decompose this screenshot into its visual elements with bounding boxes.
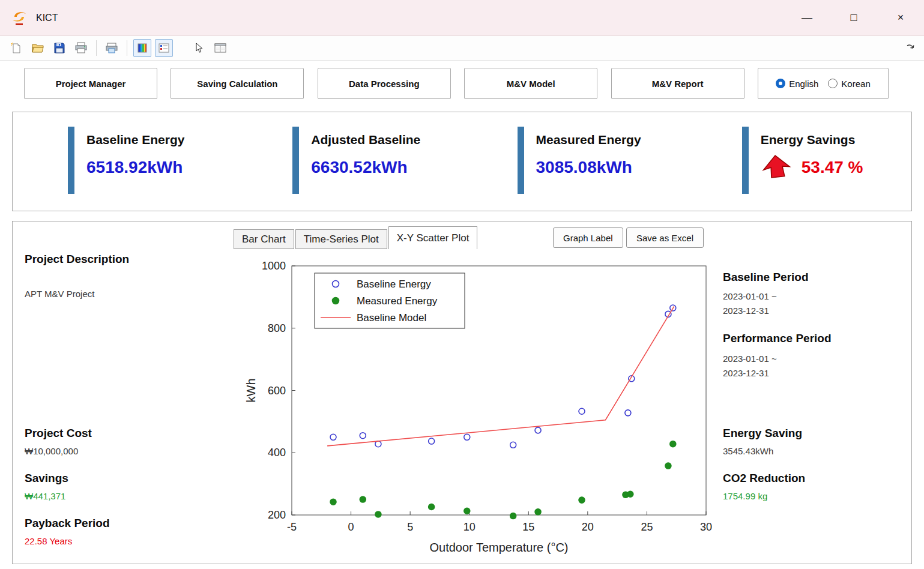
metric-accent-bar — [292, 127, 299, 194]
kict-logo-icon — [10, 8, 30, 28]
svg-text:5: 5 — [407, 521, 413, 533]
svg-text:30: 30 — [700, 521, 712, 533]
pointer-tool-icon[interactable] — [190, 39, 208, 57]
language-selector: English Korean — [758, 68, 889, 99]
metric-value: 6518.92kWh — [86, 158, 184, 177]
maximize-button[interactable]: □ — [830, 0, 877, 36]
report-table-icon[interactable] — [211, 39, 229, 57]
payback-period-title: Payback Period — [25, 517, 110, 530]
project-description-title: Project Description — [25, 253, 129, 266]
tab-time-series-plot[interactable]: Time-Series Plot — [295, 229, 387, 249]
toolbar-separator — [127, 40, 127, 56]
performance-period-start: 2023-01-01 ~ — [723, 354, 777, 364]
svg-text:Outdoor Temperature (°C): Outdoor Temperature (°C) — [429, 541, 568, 554]
svg-text:-5: -5 — [287, 521, 297, 533]
svg-text:0: 0 — [348, 521, 354, 533]
graph-label-button[interactable]: Graph Label — [553, 227, 623, 248]
window-controls: — □ × — [784, 0, 924, 36]
toolbar — [0, 36, 924, 61]
svg-text:Measured Energy: Measured Energy — [357, 295, 438, 307]
legend-toggle-icon[interactable] — [155, 39, 173, 57]
language-option-english[interactable]: English — [776, 79, 818, 89]
minimize-button[interactable]: — — [784, 0, 830, 36]
svg-text:25: 25 — [641, 521, 653, 533]
metric-value: 53.47 % — [802, 158, 863, 177]
window-title: KICT — [36, 13, 58, 23]
tab-xy-scatter-plot[interactable]: X-Y Scatter Plot — [388, 226, 478, 249]
co2-reduction-title: CO2 Reduction — [723, 472, 805, 485]
red-up-arrow-icon — [761, 154, 792, 181]
print-icon[interactable] — [72, 39, 90, 57]
nav-button-data-processing[interactable]: Data Processing — [318, 68, 451, 99]
baseline-period-title: Baseline Period — [723, 271, 809, 284]
payback-period-value: 22.58 Years — [25, 536, 72, 546]
nav-button-saving-calculation[interactable]: Saving Calculation — [171, 68, 304, 99]
svg-text:800: 800 — [268, 322, 286, 334]
radio-english[interactable] — [776, 79, 785, 88]
metrics-panel: Baseline Energy 6518.92kWh Adjusted Base… — [12, 112, 912, 211]
svg-text:Baseline Energy: Baseline Energy — [357, 278, 431, 290]
baseline-period-end: 2023-12-31 — [723, 306, 769, 316]
language-option-korean[interactable]: Korean — [828, 79, 870, 89]
metric-accent-bar — [518, 127, 524, 194]
svg-text:20: 20 — [582, 521, 594, 533]
baseline-period-start: 2023-01-01 ~ — [723, 291, 777, 301]
energy-saving-title: Energy Saving — [723, 427, 802, 440]
metric-label: Adjusted Baseline — [311, 133, 420, 147]
metric-adjusted-baseline: Adjusted Baseline 6630.52kWh — [237, 127, 462, 196]
metric-measured-energy: Measured Energy 3085.08kWh — [462, 127, 687, 196]
nav-button-project-manager[interactable]: Project Manager — [24, 68, 157, 99]
metric-label: Energy Savings — [761, 133, 863, 147]
metric-label: Baseline Energy — [86, 133, 184, 147]
main-panel: Project Description APT M&V Project Proj… — [12, 221, 912, 564]
radio-korean[interactable] — [828, 79, 838, 88]
save-as-excel-button[interactable]: Save as Excel — [626, 227, 704, 248]
metric-energy-savings: Energy Savings 53.47 % — [687, 127, 911, 196]
performance-period-title: Performance Period — [723, 332, 832, 345]
svg-text:15: 15 — [522, 521, 534, 533]
open-folder-icon[interactable] — [29, 39, 47, 57]
app-window: KICT — □ × — [0, 0, 924, 569]
save-icon[interactable] — [50, 39, 68, 57]
energy-saving-value: 3545.43kWh — [723, 446, 773, 456]
metric-accent-bar — [742, 127, 749, 194]
xy-scatter-chart: -50510152025302004006008001000Outdoor Te… — [229, 248, 715, 560]
project-description-value: APT M&V Project — [25, 289, 94, 299]
chart-tabstrip: Bar Chart Time-Series Plot X-Y Scatter P… — [234, 226, 479, 249]
radio-english-label: English — [789, 79, 818, 89]
print-preview-icon[interactable] — [103, 39, 121, 57]
toolbar-overflow-arrow-icon[interactable] — [906, 43, 916, 54]
performance-period-end: 2023-12-31 — [723, 368, 769, 378]
svg-text:kWh: kWh — [244, 379, 258, 403]
metric-label: Measured Energy — [536, 133, 641, 147]
tab-bar-chart[interactable]: Bar Chart — [234, 229, 294, 249]
new-document-icon[interactable] — [7, 39, 25, 57]
radio-korean-label: Korean — [841, 79, 870, 89]
nav-button-mv-report[interactable]: M&V Report — [611, 68, 744, 99]
svg-text:10: 10 — [464, 521, 476, 533]
svg-text:600: 600 — [268, 385, 286, 397]
nav-button-mv-model[interactable]: M&V Model — [464, 68, 597, 99]
svg-text:Baseline Model: Baseline Model — [357, 312, 426, 324]
titlebar: KICT — □ × — [0, 0, 924, 36]
savings-value: ₩441,371 — [25, 491, 65, 501]
svg-text:1000: 1000 — [262, 260, 286, 272]
metric-baseline-energy: Baseline Energy 6518.92kWh — [13, 127, 237, 196]
nav-row: Project Manager Saving Calculation Data … — [24, 68, 889, 99]
project-cost-title: Project Cost — [25, 427, 92, 440]
co2-reduction-value: 1754.99 kg — [723, 491, 767, 501]
svg-text:400: 400 — [268, 447, 286, 459]
toolbar-separator — [96, 40, 97, 56]
savings-title: Savings — [25, 472, 68, 485]
metric-accent-bar — [68, 127, 74, 194]
metric-value: 3085.08kWh — [536, 158, 641, 177]
metric-value: 6630.52kWh — [311, 158, 420, 177]
close-button[interactable]: × — [877, 0, 924, 36]
project-cost-value: ₩10,000,000 — [25, 446, 78, 456]
svg-text:200: 200 — [268, 509, 286, 521]
colormap-toggle-icon[interactable] — [133, 39, 151, 57]
